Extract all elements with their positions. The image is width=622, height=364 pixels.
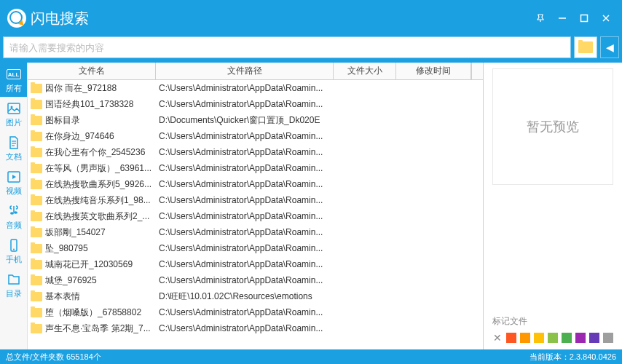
folder-icon — [31, 308, 42, 317]
table-row[interactable]: 基本表情D:\旺旺\10.01.02C\Resources\emotions — [28, 288, 483, 304]
preview-panel: 暂无预览 标记文件 ✕ — [484, 63, 622, 349]
svg-point-13 — [13, 249, 15, 250]
table-row[interactable]: 在线热搜歌曲系列5_9926...C:\Users\Administrator\… — [28, 176, 483, 192]
cell-path: C:\Users\Administrator\AppData\Roamin... — [156, 83, 334, 93]
header-name[interactable]: 文件名 — [28, 63, 156, 79]
cell-name: 在等风（男声版）_63961... — [28, 162, 156, 175]
maximize-button[interactable] — [580, 14, 593, 23]
titlebar: 闪电搜索 — [0, 0, 622, 36]
status-version: 当前版本：2.3.840.0426 — [530, 352, 616, 363]
cell-path: C:\Users\Administrator\AppData\Roamin... — [156, 243, 334, 253]
sidebar-icon-5 — [7, 238, 21, 253]
table-row[interactable]: 在我心里有个你_2545236C:\Users\Administrator\Ap… — [28, 144, 483, 160]
sidebar-label: 目录 — [6, 288, 22, 299]
status-bar: 总文件/文件夹数 655184个 当前版本：2.3.840.0426 — [0, 349, 622, 364]
search-input[interactable] — [3, 36, 571, 58]
table-row[interactable]: 在等风（男声版）_63961...C:\Users\Administrator\… — [28, 160, 483, 176]
cell-name: 因你 而在_972188 — [28, 82, 156, 95]
tag-swatch-3[interactable] — [548, 333, 558, 343]
cell-name: 坂部剛_154027 — [28, 226, 156, 239]
svg-rect-1 — [581, 15, 588, 22]
table-body[interactable]: 因你 而在_972188C:\Users\Administrator\AppDa… — [28, 80, 483, 349]
tag-swatch-4[interactable] — [562, 333, 572, 343]
minimize-button[interactable] — [558, 14, 571, 23]
cell-path: C:\Users\Administrator\AppData\Roamin... — [156, 131, 334, 141]
cell-name: 堕（烟嗓版）_67858802 — [28, 306, 156, 319]
sidebar-item-0[interactable]: ALL所有 — [0, 63, 27, 97]
sidebar-item-2[interactable]: 文档 — [0, 131, 27, 165]
cell-name: 国语经典101_1738328 — [28, 98, 156, 111]
cell-name: 在线热搜纯音乐系列1_98... — [28, 194, 156, 207]
tag-swatch-1[interactable] — [520, 333, 530, 343]
sidebar-label: 视频 — [6, 186, 22, 197]
cell-name: 基本表情 — [28, 290, 156, 303]
table-row[interactable]: 图标目录D:\Documents\Quicker\窗口置顶_Dk020E — [28, 112, 483, 128]
tag-swatches: ✕ — [492, 332, 613, 344]
tag-swatch-2[interactable] — [534, 333, 544, 343]
collapse-preview-button[interactable]: ◀ — [600, 36, 619, 58]
folder-icon — [31, 196, 42, 205]
folder-icon — [31, 276, 42, 285]
table-row[interactable]: 在线热搜英文歌曲系列2_...C:\Users\Administrator\Ap… — [28, 208, 483, 224]
table-row[interactable]: 城堡_976925C:\Users\Administrator\AppData\… — [28, 272, 483, 288]
folder-icon — [31, 324, 42, 333]
sidebar-item-1[interactable]: 图片 — [0, 97, 27, 131]
table-row[interactable]: 因你 而在_972188C:\Users\Administrator\AppDa… — [28, 80, 483, 96]
sidebar-item-3[interactable]: 视频 — [0, 165, 27, 199]
cell-name: 在我心里有个你_2545236 — [28, 146, 156, 159]
cell-name: 在线热搜歌曲系列5_9926... — [28, 178, 156, 191]
folder-icon — [31, 100, 42, 109]
table-row[interactable]: 城南花已开_12030569C:\Users\Administrator\App… — [28, 256, 483, 272]
tag-swatch-7[interactable] — [603, 333, 613, 343]
tag-clear-button[interactable]: ✕ — [492, 332, 503, 344]
table-row[interactable]: 堕（烟嗓版）_67858802C:\Users\Administrator\Ap… — [28, 304, 483, 320]
table-row[interactable]: 国语经典101_1738328C:\Users\Administrator\Ap… — [28, 96, 483, 112]
cell-name: 在线热搜英文歌曲系列2_... — [28, 210, 156, 223]
cell-path: C:\Users\Administrator\AppData\Roamin... — [156, 227, 334, 237]
app-logo: 闪电搜索 — [7, 9, 89, 28]
cell-name: 在你身边_974646 — [28, 130, 156, 143]
header-size[interactable]: 文件大小 — [334, 63, 396, 79]
sidebar-item-6[interactable]: 目录 — [0, 268, 27, 302]
status-count: 总文件/文件夹数 655184个 — [6, 352, 101, 363]
cell-path: C:\Users\Administrator\AppData\Roamin... — [156, 147, 334, 157]
cell-path: C:\Users\Administrator\AppData\Roamin... — [156, 99, 334, 109]
pin-button[interactable] — [536, 14, 549, 23]
table-row[interactable]: 坂部剛_154027C:\Users\Administrator\AppData… — [28, 224, 483, 240]
header-path[interactable]: 文件路径 — [156, 63, 334, 79]
preview-empty: 暂无预览 — [492, 68, 613, 185]
folder-icon — [31, 212, 42, 221]
browse-folder-button[interactable] — [574, 36, 597, 58]
table-row[interactable]: 坠_980795C:\Users\Administrator\AppData\R… — [28, 240, 483, 256]
cell-name: 声生不息·宝岛季 第2期_7... — [28, 323, 156, 335]
cell-path: C:\Users\Administrator\AppData\Roamin... — [156, 307, 334, 317]
tag-section: 标记文件 ✕ — [484, 309, 622, 349]
cell-name: 城堡_976925 — [28, 274, 156, 287]
sidebar-label: 所有 — [6, 83, 22, 94]
tag-swatch-5[interactable] — [575, 333, 586, 343]
category-sidebar: ALL所有图片文档视频音频手机目录 — [0, 63, 28, 349]
sidebar-label: 音频 — [6, 220, 22, 231]
sidebar-icon-3 — [7, 170, 21, 184]
sidebar-item-4[interactable]: 音频 — [0, 199, 27, 234]
sidebar-icon-1 — [7, 101, 21, 116]
table-row[interactable]: 在你身边_974646C:\Users\Administrator\AppDat… — [28, 128, 483, 144]
folder-icon — [31, 164, 42, 173]
sidebar-icon-4 — [7, 204, 21, 218]
tag-swatch-6[interactable] — [589, 333, 599, 343]
tag-swatch-0[interactable] — [506, 333, 516, 343]
sidebar-item-5[interactable]: 手机 — [0, 234, 27, 268]
cell-name: 图标目录 — [28, 114, 156, 127]
folder-icon — [31, 180, 42, 189]
app-logo-icon — [7, 9, 26, 28]
cell-path: C:\Users\Administrator\AppData\Roamin... — [156, 195, 334, 205]
table-row[interactable]: 声生不息·宝岛季 第2期_7...C:\Users\Administrator\… — [28, 320, 483, 336]
table-row[interactable]: 在线热搜纯音乐系列1_98...C:\Users\Administrator\A… — [28, 192, 483, 208]
folder-icon — [31, 132, 42, 141]
sidebar-label: 图片 — [6, 117, 22, 128]
close-button[interactable] — [602, 14, 615, 23]
cell-path: D:\Documents\Quicker\窗口置顶_Dk020E — [156, 114, 334, 127]
sidebar-label: 手机 — [6, 254, 22, 265]
header-time[interactable]: 修改时间 — [396, 63, 471, 79]
svg-point-10 — [10, 212, 14, 215]
